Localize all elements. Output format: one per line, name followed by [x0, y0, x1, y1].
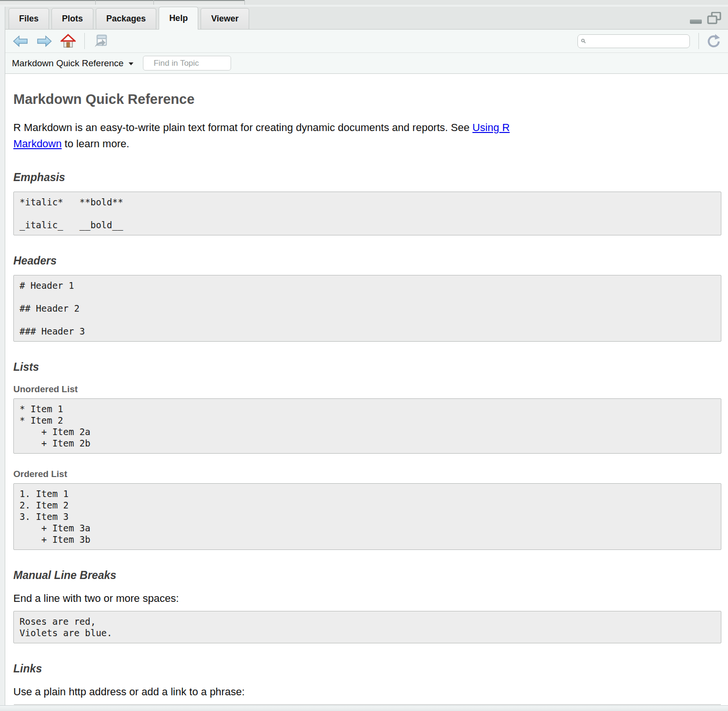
code-block-unordered-list: * Item 1 * Item 2 + Item 2a + Item 2b: [13, 398, 721, 454]
code-block-links: http://example.com: [13, 704, 721, 705]
tab-viewer[interactable]: Viewer: [201, 8, 249, 29]
intro-paragraph: R Markdown is an easy-to-write plain tex…: [13, 120, 721, 152]
links-lead: Use a plain http address or add a link t…: [13, 686, 721, 698]
search-icon: [581, 36, 586, 46]
tab-files[interactable]: Files: [9, 8, 49, 29]
show-in-new-window-button[interactable]: [92, 34, 108, 49]
section-heading-links: Links: [13, 662, 721, 675]
using-r-markdown-link-part1: Using R: [473, 122, 510, 133]
toolbar-separator: [84, 33, 85, 49]
minimize-pane-icon[interactable]: [689, 18, 702, 26]
upper-pane-divider: [153, 0, 154, 5]
help-topic-bar: Markdown Quick Reference: [5, 53, 728, 74]
upper-pane-edge: [0, 0, 728, 5]
forward-arrow-icon: [37, 35, 52, 48]
back-button[interactable]: [13, 35, 28, 48]
help-search-box[interactable]: [577, 34, 690, 48]
upper-pane-tabbar-empty: [244, 0, 728, 5]
upper-pane-divider: [95, 0, 96, 5]
tab-viewer-label: Viewer: [211, 14, 239, 24]
back-arrow-icon: [13, 35, 28, 48]
code-block-line-breaks: Roses are red, Violets are blue.: [13, 611, 721, 643]
help-toolbar: [5, 30, 728, 53]
tab-help[interactable]: Help: [159, 7, 198, 30]
help-content: Markdown Quick Reference R Markdown is a…: [5, 74, 728, 705]
maximize-pane-icon[interactable]: [707, 12, 721, 26]
section-heading-line-breaks: Manual Line Breaks: [13, 569, 721, 582]
forward-button[interactable]: [37, 35, 52, 48]
section-heading-emphasis: Emphasis: [13, 171, 721, 184]
pane-tabbar: Files Plots Packages Help Viewer: [5, 7, 728, 30]
line-breaks-lead: End a line with two or more spaces:: [13, 592, 721, 605]
home-button[interactable]: [61, 34, 76, 49]
intro-text-after: to learn more.: [61, 138, 129, 150]
intro-text: R Markdown is an easy-to-write plain tex…: [13, 122, 473, 133]
pane-window-buttons: [689, 12, 721, 26]
show-in-new-window-icon: [92, 34, 108, 49]
page-title: Markdown Quick Reference: [13, 91, 721, 107]
code-block-headers: # Header 1 ## Header 2 ### Header 3: [13, 275, 721, 342]
tab-packages[interactable]: Packages: [96, 8, 156, 29]
topic-selector-dropdown[interactable]: Markdown Quick Reference: [12, 58, 133, 69]
topic-selector-label: Markdown Quick Reference: [12, 58, 123, 69]
help-pane: Files Plots Packages Help Viewer: [5, 7, 728, 705]
subheading-ordered-list: Ordered List: [13, 469, 721, 479]
subheading-unordered-list: Unordered List: [13, 384, 721, 395]
tab-plots-label: Plots: [62, 14, 83, 24]
refresh-icon: [706, 33, 721, 49]
help-search-input[interactable]: [586, 36, 687, 47]
code-block-emphasis: *italic* **bold** _italic_ __bold__: [13, 192, 721, 235]
find-in-topic-input[interactable]: [143, 56, 231, 71]
tab-files-label: Files: [19, 14, 39, 24]
lower-pane-edge: [0, 705, 728, 711]
code-block-ordered-list: 1. Item 1 2. Item 2 3. Item 3 + Item 3a …: [13, 483, 721, 550]
section-heading-headers: Headers: [13, 254, 721, 267]
caret-down-icon: [129, 62, 133, 65]
upper-pane-divider: [244, 0, 245, 5]
tab-packages-label: Packages: [106, 14, 146, 24]
refresh-button[interactable]: [706, 33, 721, 49]
toolbar-separator: [698, 33, 699, 49]
using-r-markdown-link-part2: Markdown: [13, 138, 61, 150]
home-icon: [61, 34, 76, 49]
section-heading-lists: Lists: [13, 361, 721, 374]
tab-help-label: Help: [169, 13, 188, 23]
upper-pane-border: [0, 0, 244, 1]
tab-plots[interactable]: Plots: [51, 8, 93, 29]
